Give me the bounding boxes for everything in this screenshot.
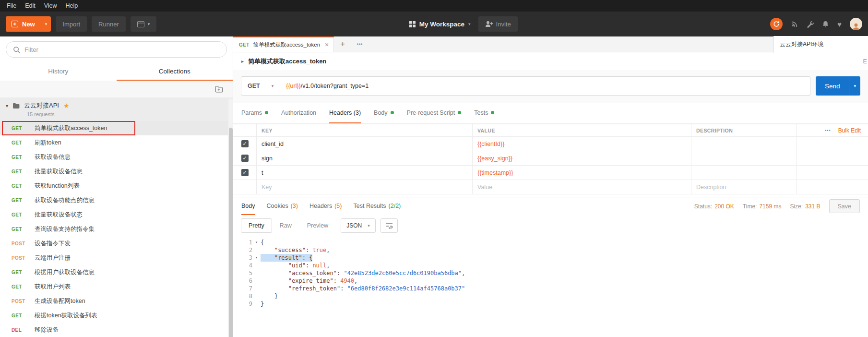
filter-input[interactable] <box>6 41 227 58</box>
wrap-lines-icon[interactable] <box>380 218 398 233</box>
request-item[interactable]: GET根据token获取设备列表 <box>0 308 233 323</box>
wrench-icon[interactable] <box>807 21 814 28</box>
star-icon[interactable]: ★ <box>63 102 70 109</box>
tab-history[interactable]: History <box>0 62 117 81</box>
response-body[interactable]: 1▾{2 "success": true,3▾ "result": {4 "ui… <box>233 237 868 337</box>
header-description-cell[interactable] <box>691 151 796 165</box>
response-tab-test-results[interactable]: Test Results(2/2) <box>353 197 401 215</box>
checkbox[interactable]: ✓ <box>241 140 249 147</box>
save-response-button[interactable]: Save <box>829 199 860 213</box>
url-input[interactable]: {{url}}/v1.0/token?grant_type=1 <box>280 76 810 96</box>
open-request-tab[interactable]: GET 简单模式获取access_token × <box>233 36 334 52</box>
header-key-cell[interactable]: sign <box>256 151 472 165</box>
runner-button[interactable]: Runner <box>92 16 126 32</box>
request-item[interactable]: GET查询设备支持的指令集 <box>0 222 233 236</box>
line-number: 7 <box>233 285 252 292</box>
response-tabs: BodyCookies(3)Headers(5)Test Results(2/2… <box>241 197 401 215</box>
tab-collections[interactable]: Collections <box>117 62 233 81</box>
view-tab-preview[interactable]: Preview <box>299 218 336 233</box>
more-tabs-button[interactable]: ••• <box>351 36 369 52</box>
request-tab-headers-3[interactable]: Headers (3) <box>329 103 361 123</box>
request-tab-pre-request-script[interactable]: Pre-request Script <box>407 103 462 123</box>
time-label: Time: <box>743 203 757 210</box>
collection-item[interactable]: ▾ 云云对接API ★ 15 requests <box>0 98 233 121</box>
send-options-caret[interactable]: ▾ <box>849 76 860 96</box>
send-button[interactable]: Send ▾ <box>816 76 860 96</box>
request-item[interactable]: GET批量获取设备信息 <box>0 164 233 179</box>
view-tab-raw[interactable]: Raw <box>272 218 299 233</box>
request-tab-body[interactable]: Body <box>374 103 394 123</box>
import-button[interactable]: Import <box>56 16 87 32</box>
sidebar-scrollbar[interactable] <box>228 99 233 337</box>
more-options-icon[interactable]: ••• <box>825 128 831 133</box>
menu-item-edit[interactable]: Edit <box>21 2 40 9</box>
sync-icon[interactable] <box>770 18 783 30</box>
request-item[interactable]: POST设备指令下发 <box>0 236 233 251</box>
fold-caret[interactable]: ▾ <box>252 239 261 246</box>
fold-caret[interactable]: ▾ <box>252 254 261 262</box>
new-tab-button[interactable]: + <box>334 36 351 52</box>
method-label: GET <box>12 227 29 232</box>
code-line: 6 "expire_time": 4940, <box>233 277 868 285</box>
view-tab-pretty[interactable]: Pretty <box>241 218 272 233</box>
request-item[interactable]: GET获取用户列表 <box>0 279 233 294</box>
bulk-edit-link[interactable]: Bulk Edit <box>838 127 861 134</box>
environment-selector[interactable]: 云云对接API环境 <box>773 36 868 53</box>
request-tab-params[interactable]: Params <box>241 103 268 123</box>
new-value-input[interactable]: Value <box>472 180 691 194</box>
request-item[interactable]: GET刷新token <box>0 135 233 150</box>
new-description-input[interactable]: Description <box>691 180 796 194</box>
checkbox[interactable]: ✓ <box>241 169 249 176</box>
request-item[interactable]: GET批量获取设备状态 <box>0 207 233 222</box>
response-tab-body[interactable]: Body <box>241 197 255 215</box>
scrollbar-thumb[interactable] <box>229 128 233 337</box>
request-item[interactable]: GET获取function列表 <box>0 179 233 193</box>
response-tab-headers[interactable]: Headers(5) <box>309 197 342 215</box>
header-key-cell[interactable]: t <box>256 166 472 180</box>
bell-icon[interactable] <box>822 20 829 28</box>
format-select[interactable]: JSON ▾ <box>341 218 376 233</box>
new-button[interactable]: New ▾ <box>6 16 51 32</box>
examples-button[interactable]: E <box>863 58 867 65</box>
close-icon[interactable]: × <box>325 41 329 48</box>
new-button-main[interactable]: New <box>6 16 41 32</box>
header-value-cell[interactable]: {{easy_sign}} <box>472 151 691 165</box>
new-button-caret[interactable]: ▾ <box>41 16 51 32</box>
header-description-cell[interactable] <box>691 137 796 151</box>
line-number: 5 <box>233 269 252 277</box>
header-key-cell[interactable]: client_id <box>256 137 472 151</box>
request-item[interactable]: POST云端用户注册 <box>0 251 233 265</box>
collapse-caret-icon[interactable]: ▸ <box>241 59 244 64</box>
request-editor-tabs: ParamsAuthorizationHeaders (3)BodyPre-re… <box>233 103 868 124</box>
header-description-cell[interactable] <box>691 166 796 180</box>
request-tab-tests[interactable]: Tests <box>474 103 494 123</box>
request-item[interactable]: GET根据用户获取设备信息 <box>0 265 233 279</box>
new-collection-icon[interactable] <box>215 86 223 93</box>
request-item[interactable]: GET获取设备功能点的信息 <box>0 193 233 207</box>
checkbox[interactable]: ✓ <box>241 155 249 162</box>
new-key-input[interactable]: Key <box>256 180 472 194</box>
workspace-switcher[interactable]: My Workspace ▾ <box>409 21 471 28</box>
menu-item-help[interactable]: Help <box>61 2 83 9</box>
header-value-cell[interactable]: {{clientId}} <box>472 137 691 151</box>
menu-item-view[interactable]: View <box>40 2 61 9</box>
heart-icon[interactable]: ♥ <box>837 21 842 28</box>
request-name: 获取用户列表 <box>35 283 71 291</box>
request-tab-authorization[interactable]: Authorization <box>281 103 316 123</box>
chevron-down-icon[interactable]: ▾ <box>6 103 8 108</box>
new-window-button[interactable]: ▾ <box>131 16 157 32</box>
request-item[interactable]: DEL移除设备 <box>0 323 233 337</box>
request-item[interactable]: GET简单模式获取access_token <box>0 121 233 135</box>
request-item[interactable]: GET获取设备信息 <box>0 150 233 164</box>
header-value-cell[interactable]: {{timestamp}} <box>472 166 691 180</box>
avatar[interactable] <box>850 18 862 30</box>
view-mode-segment: PrettyRawPreview <box>241 218 336 233</box>
size-meta: Size:331 B <box>790 203 820 210</box>
menu-item-file[interactable]: File <box>2 2 21 9</box>
response-tab-cookies[interactable]: Cookies(3) <box>267 197 298 215</box>
method-select[interactable]: GET ▾ <box>241 76 280 96</box>
tab-label: Tests <box>474 109 488 116</box>
request-item[interactable]: POST生成设备配网token <box>0 294 233 308</box>
invite-button[interactable]: Invite <box>478 16 518 32</box>
capture-icon[interactable] <box>791 20 798 28</box>
